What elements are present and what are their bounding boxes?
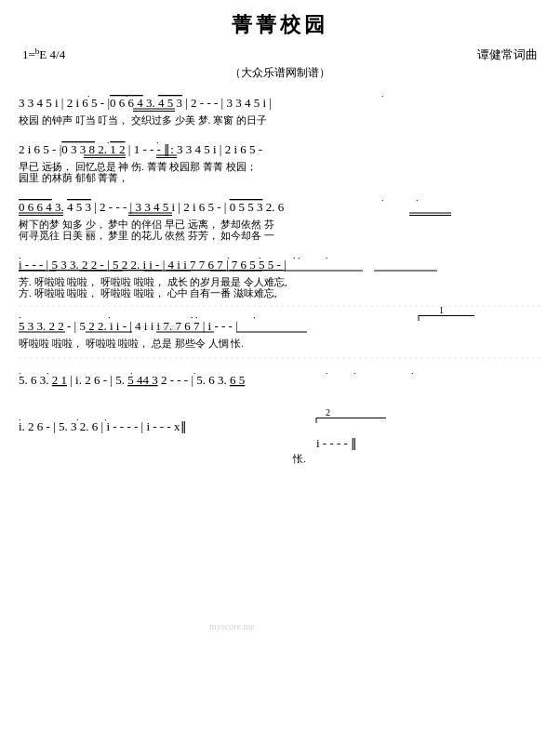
svg-text:·: · bbox=[87, 91, 90, 101]
svg-text:校园  的钟声  叮当  叮当，    交织过多   少美 : 校园 的钟声 叮当 叮当， 交织过多 少美 梦. 寒窗 的日子 bbox=[19, 114, 267, 126]
svg-text:2 i   6 5 - |0 3 3 8 2.   1 2 : 2 i 6 5 - |0 3 3 8 2. 1 2 | 1 - - - ‖: 3… bbox=[19, 142, 262, 156]
svg-text:·: · bbox=[381, 91, 384, 101]
svg-text:·: · bbox=[411, 368, 414, 378]
svg-text:园里  的林荫   郁郁   菁菁，: 园里 的林荫 郁郁 菁菁， bbox=[19, 172, 128, 183]
svg-text:5 3 3.   2 2 -  |  5 2 2.   i : 5 3 3. 2 2 - | 5 2 2. i i - | 4 i i i 7.… bbox=[19, 319, 238, 333]
svg-text:·: · bbox=[326, 253, 328, 263]
svg-text:·  ·: · · bbox=[293, 253, 300, 263]
svg-text:·: · bbox=[253, 312, 256, 323]
key-signature: 1=bE 4/4 bbox=[22, 46, 65, 62]
composer: 谭健常词曲 bbox=[477, 46, 538, 63]
svg-text:i - - -  |  5 3 3.   2 2 -  | : i - - - | 5 3 3. 2 2 - | 5 2 2. i i - | … bbox=[19, 258, 287, 272]
svg-rect-68 bbox=[316, 418, 386, 418]
svg-text:怅.: 怅. bbox=[292, 453, 306, 464]
svg-text:·   ·: · · bbox=[191, 312, 198, 323]
svg-text:i.  2 6 -  |  5.  3 2.  6  |  : i. 2 6 - | 5. 3 2. 6 | i - - - - | i - -… bbox=[19, 419, 187, 433]
music-score: text { font-family: 'SimSun', serif; } .… bbox=[19, 90, 541, 743]
svg-text:·: · bbox=[47, 368, 49, 378]
svg-text:myscore.me: myscore.me bbox=[135, 322, 180, 332]
svg-text:树下的梦   知多   少，    梦中   的伴侣   早: 树下的梦 知多 少， 梦中 的伴侣 早已 远离， 梦却依然 芬 bbox=[19, 219, 274, 230]
svg-text:·: · bbox=[326, 368, 328, 378]
svg-text:早已  远扬，    回忆总是    神    伤.    : 早已 远扬， 回忆总是 神 伤. 菁菁 校园那 菁菁 校园； bbox=[19, 161, 257, 172]
svg-text:0 6 6 4 3.  4 5 3  |  2 - - - : 0 6 6 4 3. 4 5 3 | 2 - - - | 3 3 4 5 i |… bbox=[19, 200, 285, 214]
svg-text:·: · bbox=[19, 312, 21, 323]
svg-text:3 3  4 5 i  |  2 i   6 5 -  |0: 3 3 4 5 i | 2 i 6 5 - |0 6 6 4 3. 4 5 3 … bbox=[19, 96, 272, 110]
svg-text:芳.     呀啦啦    啦啦，    呀啦啦    啦啦: 芳. 呀啦啦 啦啦， 呀啦啦 啦啦， 成长 的岁月最是 令人难忘, bbox=[19, 276, 287, 287]
svg-text:·: · bbox=[126, 91, 128, 101]
svg-text:·: · bbox=[193, 368, 196, 378]
svg-text:·: · bbox=[76, 415, 79, 425]
svg-text:·: · bbox=[353, 368, 356, 378]
svg-text:·: · bbox=[19, 415, 21, 425]
svg-text:·: · bbox=[130, 368, 133, 378]
svg-text:2: 2 bbox=[326, 407, 330, 418]
svg-text:·: · bbox=[104, 415, 107, 425]
svg-text:·: · bbox=[107, 138, 110, 148]
svg-text:·: · bbox=[19, 253, 21, 263]
svg-text:1: 1 bbox=[439, 305, 444, 315]
svg-text:·: · bbox=[227, 253, 230, 263]
svg-text:i - - - -  ‖: i - - - - ‖ bbox=[316, 436, 357, 450]
page: 菁菁校园 1=bE 4/4 谭健常词曲 （大众乐谱网制谱） text { fon… bbox=[0, 0, 560, 743]
svg-text:方.     呀啦啦    啦啦，    呀啦啦    啦啦: 方. 呀啦啦 啦啦， 呀啦啦 啦啦， 心中 自有一番 滋味难忘, bbox=[19, 287, 277, 299]
svg-text:呀啦啦   啦啦，    呀啦啦    啦啦，    总是 : 呀啦啦 啦啦， 呀啦啦 啦啦， 总是 那些令 人惆 怅. bbox=[19, 338, 244, 349]
svg-text:·: · bbox=[19, 368, 21, 378]
svg-text:·: · bbox=[259, 253, 261, 263]
svg-text:·: · bbox=[381, 195, 384, 206]
svg-text:·: · bbox=[156, 138, 159, 148]
subtitle: （大众乐谱网制谱） bbox=[19, 65, 541, 81]
svg-text:何寻觅往    日美   丽，    梦里   的花儿   : 何寻觅往 日美 丽， 梦里 的花儿 依然 芬芳， 如今却各 一 bbox=[19, 230, 274, 241]
svg-text:·: · bbox=[108, 312, 111, 323]
meta-row: 1=bE 4/4 谭健常词曲 bbox=[19, 46, 541, 63]
page-title: 菁菁校园 bbox=[19, 11, 541, 39]
svg-rect-47 bbox=[419, 315, 474, 316]
svg-text:·: · bbox=[416, 195, 419, 206]
svg-text:myscore.me: myscore.me bbox=[209, 621, 255, 631]
